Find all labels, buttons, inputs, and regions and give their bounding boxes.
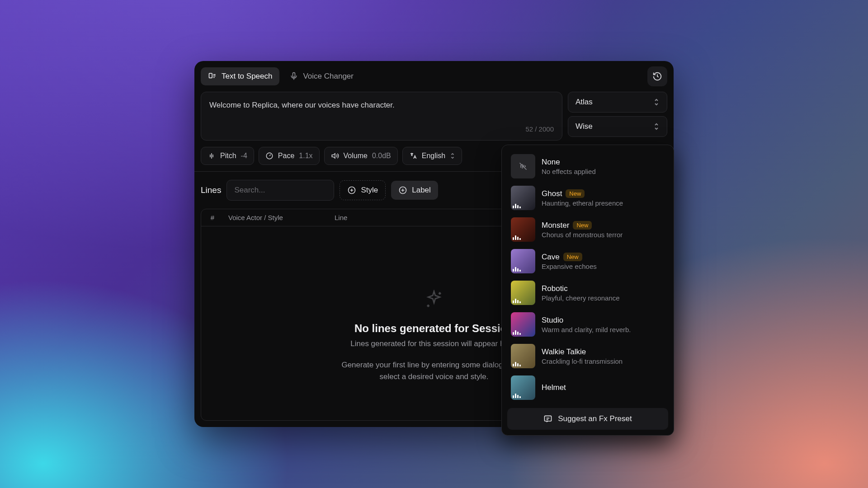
- message-icon: [543, 414, 552, 423]
- fx-name: Robotic: [542, 284, 568, 293]
- eq-icon: [513, 330, 521, 335]
- fx-name: None: [542, 158, 665, 167]
- label-btn-label: Label: [412, 186, 431, 195]
- tts-icon: [208, 72, 217, 81]
- app-card: Text to Speech Voice Changer Welcome to …: [194, 61, 674, 427]
- pace-control[interactable]: Pace 1.1x: [259, 147, 320, 165]
- fx-name: Studio: [542, 316, 563, 325]
- tab-text-to-speech[interactable]: Text to Speech: [201, 67, 279, 85]
- pitch-value: -4: [241, 152, 247, 160]
- dialogue-text[interactable]: Welcome to Replica, where our voices hav…: [209, 99, 554, 125]
- pitch-control[interactable]: Pitch -4: [201, 147, 254, 165]
- fx-thumb-none: [511, 154, 535, 178]
- new-badge: New: [573, 221, 592, 230]
- fx-thumb: [511, 186, 535, 210]
- empty-help: Generate your first line by entering som…: [341, 359, 526, 382]
- suggest-fx-label: Suggest an Fx Preset: [558, 414, 632, 423]
- language-select[interactable]: English: [402, 147, 462, 165]
- pace-label: Pace: [278, 152, 294, 160]
- fx-name: Monster: [542, 221, 569, 230]
- chevron-updown-icon: [653, 98, 660, 106]
- col-actor: Voice Actor / Style: [224, 214, 330, 221]
- dialogue-textarea-wrap[interactable]: Welcome to Replica, where our voices hav…: [201, 92, 562, 141]
- volume-value: 0.0dB: [372, 152, 391, 160]
- new-badge: New: [563, 253, 582, 261]
- fx-name: Cave: [542, 253, 560, 262]
- eq-icon: [513, 235, 521, 240]
- fx-item[interactable]: Helmet: [507, 372, 668, 404]
- style-select-value: Wise: [576, 122, 593, 131]
- fx-item[interactable]: CaveNew Expansive echoes: [507, 245, 668, 277]
- pace-value: 1.1x: [299, 152, 312, 160]
- voice-select-value: Atlas: [576, 98, 593, 107]
- search-input[interactable]: [226, 180, 334, 201]
- fx-desc: Warm and clarity, mild reverb.: [542, 326, 665, 333]
- fx-name: Walkie Talkie: [542, 347, 586, 357]
- plus-circle-icon: [398, 186, 407, 195]
- pitch-icon: [208, 152, 216, 160]
- suggest-fx-button[interactable]: Suggest an Fx Preset: [507, 408, 668, 430]
- fx-item[interactable]: GhostNew Haunting, etheral presence: [507, 182, 668, 214]
- mic-icon: [289, 72, 298, 81]
- eq-icon: [513, 204, 521, 208]
- fx-desc: Crackling lo-fi transmission: [542, 357, 665, 365]
- fx-desc: Haunting, etheral presence: [542, 199, 665, 207]
- fx-item-none[interactable]: None No effects applied: [507, 150, 668, 182]
- history-button[interactable]: [647, 66, 667, 86]
- eq-icon: [513, 362, 521, 366]
- empty-title: No lines generated for Session: [354, 322, 514, 335]
- volume-control[interactable]: Volume 0.0dB: [324, 147, 398, 165]
- chevron-updown-icon: [653, 122, 660, 131]
- fx-thumb: [511, 344, 535, 368]
- no-effect-icon: [519, 162, 528, 171]
- fx-thumb: [511, 375, 535, 400]
- eq-icon: [513, 299, 521, 303]
- top-tabs-row: Text to Speech Voice Changer: [194, 61, 674, 92]
- empty-subtitle: Lines generated for this session will ap…: [350, 339, 518, 348]
- style-btn-label: Style: [361, 186, 378, 195]
- sparkle-icon: [424, 290, 444, 310]
- lines-title: Lines: [201, 185, 221, 195]
- char-counter: 52 / 2000: [209, 125, 554, 133]
- fx-item[interactable]: Studio Warm and clarity, mild reverb.: [507, 309, 668, 340]
- svg-rect-1: [293, 73, 295, 77]
- tab-voice-changer[interactable]: Voice Changer: [282, 67, 361, 85]
- history-icon: [652, 71, 662, 81]
- fx-item[interactable]: Robotic Playful, cheery resonance: [507, 277, 668, 309]
- voice-select[interactable]: Atlas: [568, 92, 667, 113]
- fx-desc: No effects applied: [542, 168, 665, 175]
- svg-rect-0: [209, 73, 212, 78]
- col-index: #: [201, 214, 224, 221]
- fx-thumb: [511, 249, 535, 273]
- volume-icon: [331, 152, 339, 160]
- fx-desc: Playful, cheery resonance: [542, 294, 665, 302]
- add-style-button[interactable]: Style: [340, 180, 386, 200]
- plus-circle-icon: [347, 186, 356, 195]
- pitch-label: Pitch: [220, 152, 236, 160]
- language-value: English: [422, 152, 445, 160]
- fx-thumb: [511, 312, 535, 337]
- tab-tts-label: Text to Speech: [222, 72, 272, 81]
- voice-selects-column: Atlas Wise: [568, 92, 667, 141]
- gauge-icon: [265, 152, 274, 160]
- input-row: Welcome to Replica, where our voices hav…: [194, 92, 674, 141]
- fx-desc: Expansive echoes: [542, 263, 665, 270]
- tab-vc-label: Voice Changer: [303, 72, 354, 81]
- eq-icon: [513, 267, 521, 272]
- chevron-updown-icon: [450, 152, 455, 160]
- translate-icon: [409, 152, 417, 160]
- fx-name: Helmet: [542, 383, 566, 392]
- fx-desc: Chorus of monstrous terror: [542, 231, 665, 239]
- fx-item[interactable]: Walkie Talkie Crackling lo-fi transmissi…: [507, 340, 668, 372]
- fx-name: Ghost: [542, 189, 562, 198]
- style-select[interactable]: Wise: [568, 116, 667, 137]
- add-label-button[interactable]: Label: [391, 181, 438, 200]
- fx-item[interactable]: MonsterNew Chorus of monstrous terror: [507, 214, 668, 245]
- fx-dropdown-panel: None No effects applied GhostNew Hauntin…: [501, 145, 674, 436]
- fx-thumb: [511, 281, 535, 305]
- new-badge: New: [566, 189, 585, 198]
- eq-icon: [513, 394, 521, 398]
- volume-label: Volume: [344, 152, 368, 160]
- fx-thumb: [511, 217, 535, 242]
